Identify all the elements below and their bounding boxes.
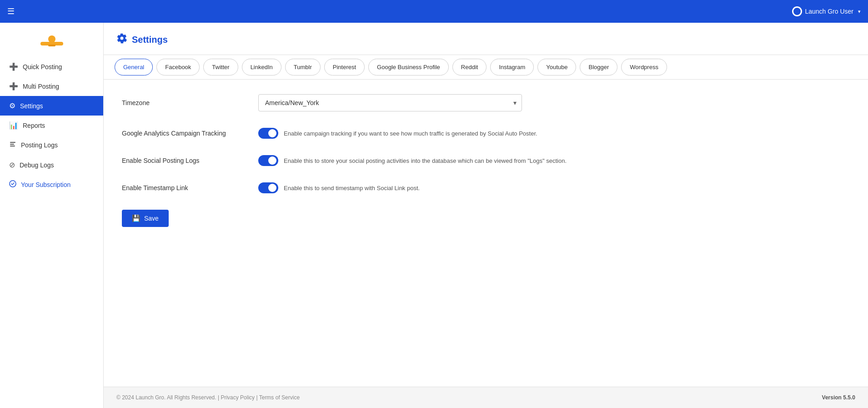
sidebar-item-reports[interactable]: 📊 Reports <box>0 116 103 135</box>
version-label: Version <box>822 394 842 401</box>
timestamp-row: Enable Timestamp Link Enable this to sen… <box>122 182 850 193</box>
sidebar-label-settings: Settings <box>20 102 43 110</box>
tab-twitter[interactable]: Twitter <box>203 59 238 76</box>
analytics-desc: Enable campaign tracking if you want to … <box>284 130 537 137</box>
tab-tumblr[interactable]: Tumblr <box>285 59 321 76</box>
sidebar-item-multi-posting[interactable]: ➕ Multi Posting <box>0 76 103 96</box>
save-icon: 💾 <box>132 214 140 222</box>
analytics-label: Google Analytics Campaign Tracking <box>122 130 249 137</box>
version-text: Version 5.5.0 <box>822 394 855 401</box>
privacy-policy-link[interactable]: Privacy Policy <box>221 394 255 401</box>
tab-google-business[interactable]: Google Business Profile <box>368 59 449 76</box>
analytics-toggle[interactable] <box>258 128 278 139</box>
analytics-row: Google Analytics Campaign Tracking Enabl… <box>122 128 850 139</box>
hamburger-icon[interactable]: ☰ <box>7 6 15 16</box>
tab-instagram[interactable]: Instagram <box>490 59 534 76</box>
timestamp-label: Enable Timestamp Link <box>122 184 249 191</box>
sidebar-label-quick-posting: Quick Posting <box>23 63 62 71</box>
sidebar-item-settings[interactable]: ⚙ Settings <box>0 96 103 116</box>
posting-logs-row: Enable Social Posting Logs Enable this t… <box>122 155 850 166</box>
sidebar-item-debug-logs[interactable]: ⊘ Debug Logs <box>0 155 103 175</box>
copyright-text: © 2024 Launch Gro. All Rights Reserved. <box>116 394 216 401</box>
tabs-bar: General Facebook Twitter LinkedIn Tumblr… <box>104 55 868 80</box>
tab-general[interactable]: General <box>115 59 153 76</box>
user-menu[interactable]: Launch Gro User ▾ <box>792 6 861 16</box>
settings-wrapper: Settings General Facebook Twitter Linked… <box>104 23 868 387</box>
topbar-left: ☰ <box>7 6 15 16</box>
tab-wordpress[interactable]: Wordpress <box>621 59 667 76</box>
sidebar-label-multi-posting: Multi Posting <box>23 83 59 90</box>
svg-rect-5 <box>10 146 15 146</box>
multi-posting-icon: ➕ <box>9 82 18 91</box>
user-avatar-icon <box>792 6 802 16</box>
tab-facebook[interactable]: Facebook <box>156 59 200 76</box>
sidebar-label-debug-logs: Debug Logs <box>20 161 54 169</box>
svg-rect-4 <box>10 144 14 145</box>
posting-logs-toggle[interactable] <box>258 155 278 166</box>
timestamp-control: Enable this to send timestamp with Socia… <box>258 182 850 193</box>
sidebar-item-posting-logs[interactable]: Posting Logs <box>0 135 103 155</box>
analytics-toggle-row: Enable campaign tracking if you want to … <box>258 128 850 139</box>
analytics-toggle-slider <box>258 128 278 139</box>
save-button[interactable]: 💾 Save <box>122 210 169 227</box>
posting-logs-toggle-slider <box>258 155 278 166</box>
timezone-select-wrapper: America/New_York America/Chicago America… <box>258 94 522 111</box>
timestamp-toggle-row: Enable this to send timestamp with Socia… <box>258 182 850 193</box>
sidebar-label-reports: Reports <box>23 122 45 129</box>
svg-rect-2 <box>48 45 55 46</box>
timestamp-desc: Enable this to send timestamp with Socia… <box>284 185 420 191</box>
debug-logs-icon: ⊘ <box>9 161 15 169</box>
timezone-control: America/New_York America/Chicago America… <box>258 94 850 111</box>
save-label: Save <box>144 215 159 222</box>
user-label: Launch Gro User <box>805 8 853 15</box>
content-area: Settings General Facebook Twitter Linked… <box>104 23 868 408</box>
timestamp-toggle[interactable] <box>258 182 278 193</box>
timezone-select[interactable]: America/New_York America/Chicago America… <box>258 94 522 111</box>
tab-pinterest[interactable]: Pinterest <box>324 59 365 76</box>
settings-header: Settings <box>104 23 868 55</box>
tab-linkedin[interactable]: LinkedIn <box>242 59 281 76</box>
timezone-row: Timezone America/New_York America/Chicag… <box>122 94 850 111</box>
posting-logs-desc: Enable this to store your social posting… <box>284 157 567 164</box>
posting-logs-icon <box>9 141 16 150</box>
sidebar-label-posting-logs: Posting Logs <box>21 141 58 149</box>
timezone-label: Timezone <box>122 99 249 106</box>
topbar: ☰ Launch Gro User ▾ <box>0 0 868 23</box>
reports-icon: 📊 <box>9 121 18 130</box>
user-menu-chevron-icon: ▾ <box>858 9 861 15</box>
svg-point-1 <box>48 35 55 43</box>
main-layout: ➕ Quick Posting ➕ Multi Posting ⚙ Settin… <box>0 23 868 408</box>
sidebar-logo <box>0 30 103 57</box>
posting-logs-control: Enable this to store your social posting… <box>258 155 850 166</box>
tab-reddit[interactable]: Reddit <box>452 59 487 76</box>
posting-logs-toggle-row: Enable this to store your social posting… <box>258 155 850 166</box>
sidebar-label-subscription: Your Subscription <box>21 181 70 188</box>
terms-of-service-link[interactable]: Terms of Service <box>259 394 300 401</box>
settings-page-icon <box>116 33 127 46</box>
subscription-icon <box>9 180 16 189</box>
logo-icon <box>38 34 65 50</box>
sidebar: ➕ Quick Posting ➕ Multi Posting ⚙ Settin… <box>0 23 104 408</box>
settings-body: Timezone America/New_York America/Chicag… <box>104 80 868 262</box>
tab-blogger[interactable]: Blogger <box>580 59 617 76</box>
page-title: Settings <box>132 35 168 45</box>
sidebar-item-subscription[interactable]: Your Subscription <box>0 175 103 195</box>
timestamp-toggle-slider <box>258 182 278 193</box>
svg-rect-3 <box>10 142 15 143</box>
sidebar-item-quick-posting[interactable]: ➕ Quick Posting <box>0 57 103 76</box>
settings-nav-icon: ⚙ <box>9 101 15 110</box>
sidebar-nav: ➕ Quick Posting ➕ Multi Posting ⚙ Settin… <box>0 57 103 195</box>
footer-copyright-area: © 2024 Launch Gro. All Rights Reserved. … <box>116 394 300 401</box>
page-footer: © 2024 Launch Gro. All Rights Reserved. … <box>104 387 868 408</box>
tab-youtube[interactable]: Youtube <box>537 59 576 76</box>
quick-posting-icon: ➕ <box>9 62 18 71</box>
posting-logs-label: Enable Social Posting Logs <box>122 157 249 164</box>
analytics-control: Enable campaign tracking if you want to … <box>258 128 850 139</box>
version-number: 5.5.0 <box>843 394 855 401</box>
